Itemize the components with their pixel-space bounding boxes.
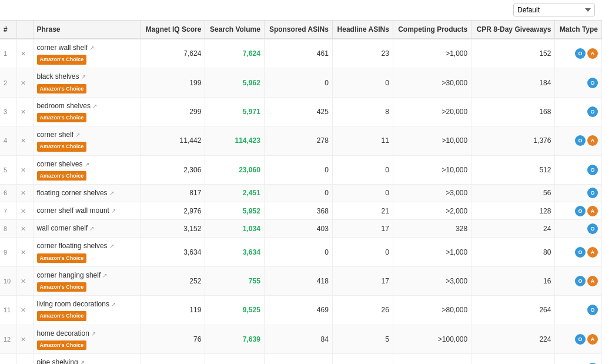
col-competing: Competing Products: [393, 21, 471, 39]
remove-icon[interactable]: ✕: [21, 306, 26, 313]
external-link-icon[interactable]: ↗: [80, 359, 85, 364]
phrase-cell: bedroom shelves↗Amazon's Choice: [33, 97, 141, 126]
cpr-giveaways: 184: [471, 68, 555, 97]
row-number: 12: [0, 325, 16, 353]
external-link-icon[interactable]: ↗: [89, 45, 94, 51]
headline-asins: 0: [332, 155, 393, 184]
cpr-giveaways: 224: [471, 325, 555, 353]
remove-icon[interactable]: ✕: [21, 278, 26, 285]
match-badge-asin: A: [587, 206, 598, 216]
col-match: Match Type: [555, 21, 602, 39]
external-link-icon[interactable]: ↗: [85, 161, 89, 168]
search-volume: 2,327: [205, 353, 265, 364]
remove-button-cell[interactable]: ✕: [16, 68, 33, 97]
remove-button-cell[interactable]: ✕: [16, 266, 33, 295]
cpr-giveaways: 16: [471, 266, 555, 295]
competing-products: >3,000: [393, 266, 471, 295]
match-type: OA: [555, 39, 602, 68]
external-link-icon[interactable]: ↗: [91, 330, 96, 337]
amazon-choice-badge: Amazon's Choice: [37, 55, 87, 64]
remove-button-cell[interactable]: ✕: [16, 97, 33, 126]
match-type: O: [555, 97, 602, 126]
remove-button-cell[interactable]: ✕: [16, 353, 33, 364]
external-link-icon[interactable]: ↗: [89, 225, 94, 232]
match-type: O: [555, 68, 602, 97]
sponsored-asins: 0: [264, 353, 332, 364]
sort-select[interactable]: Default Search Volume Magnet IQ Score Co…: [513, 4, 595, 16]
phrase-text: home decoration: [37, 329, 89, 338]
remove-icon[interactable]: ✕: [21, 208, 26, 215]
row-number: 9: [0, 238, 16, 266]
remove-button-cell[interactable]: ✕: [16, 202, 33, 220]
amazon-choice-badge: Amazon's Choice: [37, 113, 87, 122]
phrase-text: corner wall shelf: [37, 44, 88, 52]
competing-products: >30,000: [393, 68, 471, 97]
cpr-giveaways: 128: [471, 202, 555, 220]
sponsored-asins: 278: [264, 126, 332, 155]
remove-icon[interactable]: ✕: [21, 336, 26, 343]
remove-icon[interactable]: ✕: [21, 166, 26, 173]
remove-button-cell[interactable]: ✕: [16, 325, 33, 353]
competing-products: >80,000: [393, 296, 471, 325]
headline-asins: 0: [332, 68, 393, 97]
sponsored-asins: 0: [264, 155, 332, 184]
match-badge-organic: O: [587, 78, 598, 88]
match-badge-asin: A: [587, 276, 598, 286]
cpr-giveaways: 56: [471, 184, 555, 202]
col-volume: Search Volume: [205, 21, 265, 39]
match-badge-organic: O: [587, 305, 598, 315]
remove-icon[interactable]: ✕: [21, 50, 26, 57]
cpr-giveaways: 264: [471, 296, 555, 325]
headline-asins: 0: [332, 353, 393, 364]
phrase-text: pipe shelving: [37, 358, 78, 364]
remove-button-cell[interactable]: ✕: [16, 126, 33, 155]
phrase-cell: black shelves↗Amazon's Choice: [33, 68, 141, 97]
phrase-cell: corner wall shelf↗Amazon's Choice: [33, 39, 141, 68]
search-volume: 5,971: [205, 97, 265, 126]
competing-products: 328: [393, 220, 471, 238]
remove-button-cell[interactable]: ✕: [16, 155, 33, 184]
external-link-icon[interactable]: ↗: [81, 74, 86, 80]
match-badge-organic: O: [575, 334, 586, 345]
search-volume: 3,634: [205, 238, 265, 266]
external-link-icon[interactable]: ↗: [111, 208, 116, 214]
table-row: 7✕corner shelf wall mount↗2,9765,9523682…: [0, 202, 602, 220]
competing-products: >3,000: [393, 184, 471, 202]
remove-button-cell[interactable]: ✕: [16, 39, 33, 68]
external-link-icon[interactable]: ↗: [102, 272, 107, 279]
remove-icon[interactable]: ✕: [21, 225, 26, 232]
amazon-choice-badge: Amazon's Choice: [37, 282, 87, 292]
external-link-icon[interactable]: ↗: [92, 103, 97, 109]
remove-button-cell[interactable]: ✕: [16, 220, 33, 238]
row-number: 10: [0, 266, 16, 295]
remove-button-cell[interactable]: ✕: [16, 238, 33, 266]
magnet-score: 252: [141, 266, 205, 295]
remove-icon[interactable]: ✕: [21, 108, 26, 115]
remove-icon[interactable]: ✕: [21, 249, 26, 256]
external-link-icon[interactable]: ↗: [75, 132, 80, 138]
phrase-text: corner shelf: [37, 131, 74, 139]
external-link-icon[interactable]: ↗: [109, 243, 114, 249]
sponsored-asins: 469: [264, 296, 332, 325]
remove-icon[interactable]: ✕: [21, 189, 26, 196]
remove-icon[interactable]: ✕: [21, 137, 26, 144]
remove-button-cell[interactable]: ✕: [16, 184, 33, 202]
col-cpr: CPR 8-Day Giveaways: [471, 21, 555, 39]
external-link-icon[interactable]: ↗: [111, 301, 116, 308]
external-link-icon[interactable]: ↗: [109, 190, 114, 196]
cpr-giveaways: 512: [471, 155, 555, 184]
match-type: OA: [555, 325, 602, 353]
magnet-score: 817: [141, 184, 205, 202]
table-row: 6✕floating corner shelves↗8172,45100>3,0…: [0, 184, 602, 202]
remove-button-cell[interactable]: ✕: [16, 296, 33, 325]
table-row: 13✕pipe shelving↗Amazon's Choice2,3272,3…: [0, 353, 602, 364]
search-volume: 9,525: [205, 296, 265, 325]
sponsored-asins: 0: [264, 238, 332, 266]
table-row: 11✕living room decorations↗Amazon's Choi…: [0, 296, 602, 325]
phrase-cell: corner shelf wall mount↗: [33, 202, 141, 220]
remove-icon[interactable]: ✕: [21, 79, 26, 86]
row-number: 7: [0, 202, 16, 220]
competing-products: >1,000: [393, 353, 471, 364]
cpr-giveaways: 168: [471, 97, 555, 126]
match-badge-organic: O: [575, 135, 586, 146]
